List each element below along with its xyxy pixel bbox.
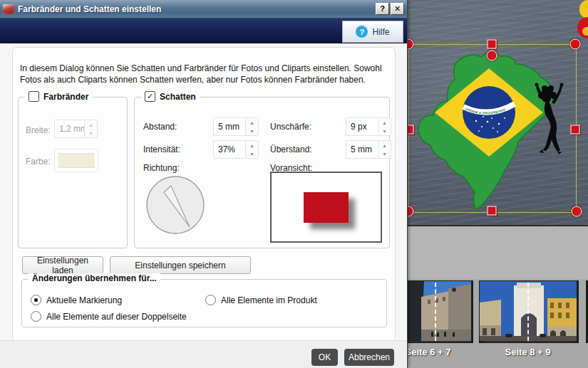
ueberstand-spinner[interactable]: 5 mm ▲ ▼	[346, 140, 391, 159]
parrot-clipart-partial[interactable]	[579, 0, 588, 19]
breite-value: 1,2 mm	[54, 120, 84, 138]
intensitaet-label: Intensität:	[143, 144, 180, 154]
ueberstand-label: Überstand:	[270, 144, 312, 154]
selection-handle-bottom-right[interactable]	[572, 206, 582, 217]
spin-up-icon[interactable]: ▲	[246, 141, 258, 149]
schatten-label: Schatten	[160, 92, 196, 102]
apply-scope-group: Änderungen übernehmen für... Aktuelle Ma…	[21, 279, 387, 327]
breite-spinner[interactable]: 1,2 mm ▲ ▼	[54, 120, 98, 138]
selection-handle-middle-right[interactable]	[571, 125, 580, 135]
ueberstand-value: 5 mm	[346, 140, 378, 159]
spin-up-icon[interactable]: ▲	[85, 120, 97, 129]
spin-up-icon[interactable]: ▲	[378, 141, 391, 149]
unschaerfe-spinner[interactable]: 9 px ▲ ▼	[346, 117, 391, 136]
radio-alle-elemente-doppelseite[interactable]: Alle Elemente auf dieser Doppelseite	[31, 311, 187, 322]
richtung-label: Richtung:	[143, 163, 180, 173]
color-swatch	[58, 153, 94, 168]
spin-down-icon[interactable]: ▼	[85, 129, 97, 137]
radio-icon	[31, 311, 41, 322]
page-thumbnail-strip: Seite 6 + 7 Seite 8 + 9	[398, 279, 588, 368]
breite-label: Breite:	[26, 125, 51, 135]
radio-icon	[205, 295, 216, 305]
app-icon	[3, 4, 14, 14]
selection-handle-top-right[interactable]	[570, 39, 581, 50]
spin-up-icon[interactable]: ▲	[246, 118, 258, 127]
farbraender-checkbox[interactable]	[29, 91, 39, 102]
help-button-label: Hilfe	[372, 27, 389, 37]
cancel-button[interactable]: Abbrechen	[344, 349, 394, 366]
preview-rectangle	[304, 192, 349, 223]
page-spine-line	[435, 283, 436, 341]
radio-alle-elemente-im-produkt[interactable]: Alle Elemente im Produkt	[205, 295, 317, 305]
spin-down-icon[interactable]: ▼	[246, 149, 258, 158]
farbraender-group: Farbränder Breite: 1,2 mm ▲ ▼ Farbe:	[18, 97, 128, 248]
schatten-group: ✓ Schatten Abstand: 5 mm ▲ ▼ Unschärfe: …	[134, 97, 390, 248]
radio-aktuelle-markierung[interactable]: Aktuelle Markierung	[31, 295, 122, 305]
rotate-handle[interactable]	[487, 51, 497, 61]
farbe-swatch[interactable]	[54, 149, 98, 172]
abstand-label: Abstand:	[143, 122, 177, 132]
spin-down-icon[interactable]: ▼	[246, 127, 258, 135]
titlebar-help-button[interactable]: ?	[376, 3, 389, 15]
intensitaet-spinner[interactable]: 37% ▲ ▼	[213, 140, 259, 159]
farbraender-label: Farbränder	[43, 92, 88, 102]
parrot-clipart-partial[interactable]	[582, 27, 588, 36]
editor-toolbar-band	[398, 226, 588, 279]
help-button[interactable]: ? Hilfe	[342, 21, 403, 43]
load-settings-button[interactable]: Einstellungen laden	[22, 256, 103, 274]
thumbnail-page-8-9[interactable]	[479, 280, 579, 343]
abstand-value: 5 mm	[213, 117, 245, 136]
apply-scope-title: Änderungen übernehmen für...	[29, 273, 160, 283]
page-label: Seite 8 + 9	[490, 347, 565, 357]
spin-down-icon[interactable]: ▼	[378, 149, 391, 158]
spin-down-icon[interactable]: ▼	[378, 127, 391, 135]
save-settings-button[interactable]: Einstellungen speichern	[110, 256, 251, 274]
farbraender-schatten-dialog: Farbränder und Schatten einstellen ? ✕ ?…	[0, 0, 408, 368]
abstand-spinner[interactable]: 5 mm ▲ ▼	[213, 117, 259, 136]
farbe-label: Farbe:	[26, 157, 51, 167]
richtung-dial[interactable]	[145, 174, 206, 236]
ok-button[interactable]: OK	[311, 349, 338, 366]
help-bubble-icon: ?	[356, 26, 368, 38]
title-bar[interactable]: Farbränder und Schatten einstellen ? ✕	[0, 0, 407, 19]
dialog-description: In diesem Dialog können Sie Schatten und…	[20, 63, 386, 85]
radio-icon	[31, 295, 41, 305]
dialog-header-band: ? Hilfe	[0, 19, 407, 43]
unschaerfe-label: Unschärfe:	[270, 122, 311, 132]
voransicht-preview	[270, 172, 382, 243]
schatten-checkbox[interactable]: ✓	[145, 91, 155, 102]
dialog-footer: OK Abbrechen	[0, 340, 406, 368]
page-canvas[interactable]: ORDEM E PROGRESSO	[398, 0, 588, 226]
selection-handle-top-center[interactable]	[488, 40, 497, 49]
page-spine-line	[527, 283, 529, 341]
dialog-title: Farbränder und Schatten einstellen	[18, 4, 161, 14]
photobook-editor: ORDEM E PROGRESSO	[398, 0, 588, 368]
spin-up-icon[interactable]: ▲	[378, 118, 391, 127]
intensitaet-value: 37%	[213, 140, 245, 159]
unschaerfe-value: 9 px	[346, 117, 378, 136]
selection-box[interactable]	[408, 44, 577, 213]
thumbnail-page-6-7[interactable]	[399, 280, 473, 343]
close-button[interactable]: ✕	[391, 3, 404, 15]
selection-handle-bottom-center[interactable]	[488, 206, 497, 216]
